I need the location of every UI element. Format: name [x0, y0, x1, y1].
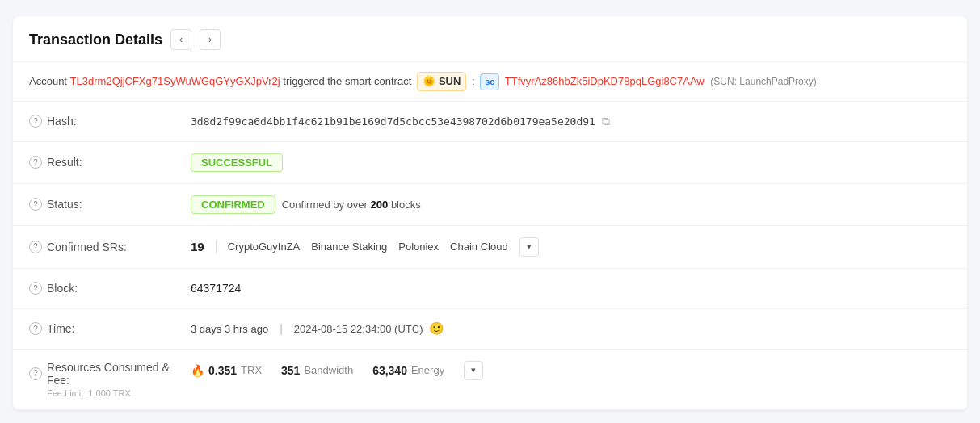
block-value: 64371724 [191, 282, 951, 295]
proxy-text: (SUN: LaunchPadProxy) [710, 76, 816, 87]
time-label: ? Time: [29, 322, 191, 335]
hash-text: 3d8d2f99ca6d4bb1f4c621b91be169d7d5cbcc53… [191, 115, 595, 128]
sun-label: SUN [439, 73, 461, 90]
resources-values: 🔥 0.351 TRX 351 Bandwidth 63,340 Energy … [191, 361, 951, 380]
sr-item-2: Binance Staking [311, 241, 387, 253]
time-value: 3 days 3 hrs ago | 2024-08-15 22:34:00 (… [191, 321, 951, 336]
result-label: ? Result: [29, 156, 191, 169]
sr-list: 19 CryptoGuyInZA Binance Staking Polonie… [191, 237, 539, 257]
chevron-down-icon: ▾ [527, 241, 532, 252]
result-badge: SUCCESSFUL [191, 153, 283, 172]
sc-badge: sc [480, 73, 499, 90]
sr-item-1: CryptoGuyInZA [228, 241, 301, 253]
sr-item-4: Chain Cloud [450, 241, 508, 253]
bandwidth-amount: 351 [281, 364, 300, 377]
bandwidth-unit: Bandwidth [304, 364, 353, 376]
status-row: ? Status: CONFIRMED Confirmed by over 20… [13, 184, 967, 226]
trx-unit: TRX [241, 364, 262, 376]
sr-separator [216, 241, 217, 253]
status-confirmed-badge: CONFIRMED [191, 195, 275, 214]
prev-button[interactable]: ‹ [170, 29, 191, 50]
hash-label: ? Hash: [29, 115, 191, 128]
page-title: Transaction Details [29, 31, 162, 48]
confirmed-srs-value: 19 CryptoGuyInZA Binance Staking Polonie… [191, 237, 951, 257]
utc-time: 2024-08-15 22:34:00 (UTC) [294, 323, 423, 335]
contract-address-link[interactable]: TTfvyrAz86hbZk5iDpKD78pqLGgi8C7AAw [505, 75, 705, 87]
status-value: CONFIRMED Confirmed by over 200 blocks [191, 195, 951, 214]
status-label: ? Status: [29, 198, 191, 211]
chevron-down-icon-resources: ▾ [471, 365, 476, 375]
fire-icon: 🔥 [191, 364, 204, 377]
sr-item-3: Poloniex [398, 241, 439, 253]
status-description: Confirmed by over 200 blocks [282, 199, 421, 211]
block-help-icon[interactable]: ? [29, 282, 42, 295]
hash-value: 3d8d2f99ca6d4bb1f4c621b91be169d7d5cbcc53… [191, 115, 951, 128]
resources-label: ? Resources Consumed & Fee: [29, 361, 191, 387]
block-number: 64371724 [191, 282, 241, 295]
account-prefix: Account [29, 75, 67, 87]
bandwidth-fee-item: 351 Bandwidth [281, 364, 353, 377]
middle-text: triggered the smart contract [283, 75, 411, 87]
trx-fee-item: 🔥 0.351 TRX [191, 364, 262, 377]
account-row: Account TL3drm2QjjCFXg71SyWuWGqGYyGXJpVr… [13, 62, 967, 102]
fee-sublabel: Fee Limit: 1,000 TRX [29, 388, 191, 398]
sun-emoji: 🌞 [423, 73, 435, 90]
confirmed-srs-row: ? Confirmed SRs: 19 CryptoGuyInZA Binanc… [13, 226, 967, 269]
resources-row: ? Resources Consumed & Fee: Fee Limit: 1… [13, 350, 967, 410]
result-row: ? Result: SUCCESSFUL [13, 142, 967, 184]
next-button[interactable]: › [200, 29, 221, 50]
copy-hash-icon[interactable]: ⧉ [602, 115, 610, 128]
time-separator: | [280, 322, 283, 335]
result-help-icon[interactable]: ? [29, 156, 42, 169]
sr-count: 19 [191, 240, 204, 253]
relative-time: 3 days 3 hrs ago [191, 323, 268, 335]
result-value: SUCCESSFUL [191, 153, 951, 172]
sun-badge: 🌞 SUN [417, 72, 466, 91]
account-address-link[interactable]: TL3drm2QjjCFXg71SyWuWGqGYyGXJpVr2j [70, 75, 280, 87]
resources-label-col: ? Resources Consumed & Fee: Fee Limit: 1… [29, 361, 191, 398]
energy-amount: 63,340 [372, 364, 407, 377]
block-label: ? Block: [29, 282, 191, 295]
time-row: ? Time: 3 days 3 hrs ago | 2024-08-15 22… [13, 309, 967, 350]
resources-dropdown-button[interactable]: ▾ [464, 361, 483, 380]
smiley-icon: 🙂 [429, 321, 444, 336]
confirmed-srs-label: ? Confirmed SRs: [29, 241, 191, 253]
sr-dropdown-button[interactable]: ▾ [519, 237, 539, 257]
energy-unit: Energy [411, 364, 444, 376]
srs-help-icon[interactable]: ? [29, 241, 42, 253]
status-help-icon[interactable]: ? [29, 198, 42, 211]
trx-amount: 0.351 [208, 364, 237, 377]
time-help-icon[interactable]: ? [29, 322, 42, 335]
colon-sep: : [472, 75, 477, 87]
blocks-count: 200 [371, 199, 389, 211]
hash-help-icon[interactable]: ? [29, 115, 42, 128]
hash-row: ? Hash: 3d8d2f99ca6d4bb1f4c621b91be169d7… [13, 102, 967, 142]
block-row: ? Block: 64371724 [13, 269, 967, 309]
resources-help-icon[interactable]: ? [29, 367, 42, 380]
energy-fee-item: 63,340 Energy [372, 364, 444, 377]
